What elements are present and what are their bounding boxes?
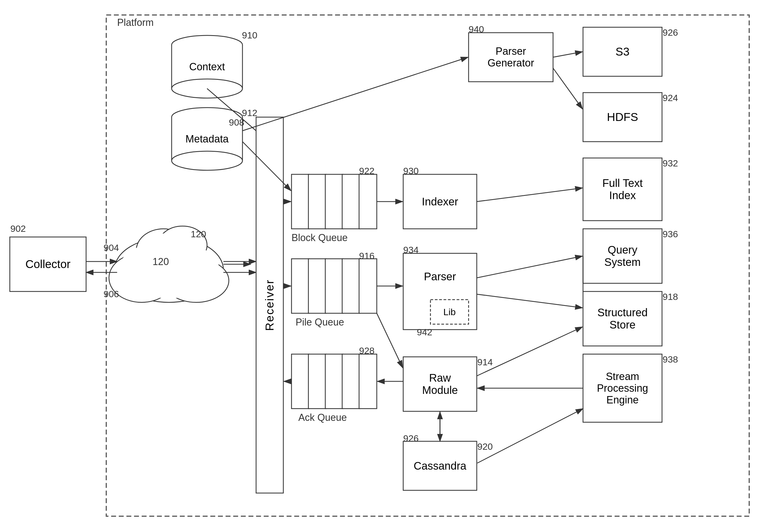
query-system-label: QuerySystem <box>583 229 662 283</box>
ref-940: 940 <box>468 24 484 35</box>
ref-936: 936 <box>663 229 678 240</box>
ref-904: 904 <box>104 243 119 253</box>
context-label: Context <box>172 45 243 89</box>
cloud-label: 120 <box>153 256 169 267</box>
ref-920: 920 <box>477 441 493 452</box>
ref-924: 924 <box>663 93 678 103</box>
ref-906: 906 <box>104 289 119 299</box>
parser-label: Parser <box>403 253 477 299</box>
full-text-index-label: Full TextIndex <box>583 158 662 221</box>
ref-938: 938 <box>663 354 678 365</box>
svg-rect-31 <box>292 174 309 229</box>
ref-910: 910 <box>242 30 258 41</box>
lib-label: Lib <box>430 299 468 324</box>
collector-label: Collector <box>10 237 86 291</box>
ref-120: 120 <box>191 229 206 240</box>
svg-line-69 <box>553 52 582 57</box>
structured-store-label: StructuredStore <box>583 291 662 346</box>
svg-rect-43 <box>325 354 343 409</box>
svg-line-70 <box>553 68 582 109</box>
svg-line-67 <box>477 294 582 308</box>
svg-rect-39 <box>342 259 360 313</box>
ref-934: 934 <box>403 245 419 255</box>
svg-line-77 <box>477 409 583 463</box>
svg-line-64 <box>377 313 403 368</box>
ref-908: 908 <box>229 117 244 128</box>
ref-922: 922 <box>359 166 375 176</box>
ref-918: 918 <box>663 291 678 302</box>
ref-930: 930 <box>403 166 419 176</box>
svg-point-6 <box>164 259 229 302</box>
hdfs-label: HDFS <box>583 93 662 142</box>
block-queue-label: Block Queue <box>292 232 348 244</box>
svg-point-11 <box>165 259 222 296</box>
svg-rect-41 <box>292 354 309 409</box>
svg-rect-36 <box>292 259 309 313</box>
s3-label: S3 <box>583 27 662 76</box>
svg-line-65 <box>477 188 582 202</box>
indexer-label: Indexer <box>403 174 477 229</box>
ref-914: 914 <box>477 357 493 367</box>
svg-rect-37 <box>309 259 326 313</box>
svg-rect-33 <box>325 174 343 229</box>
svg-point-4 <box>114 237 223 302</box>
svg-point-9 <box>119 241 219 298</box>
ref-902: 902 <box>10 224 26 234</box>
ref-928: 928 <box>359 345 375 356</box>
pile-queue-label: Pile Queue <box>296 316 344 328</box>
svg-rect-38 <box>325 259 343 313</box>
ref-926-cass: 926 <box>403 433 419 444</box>
stream-processing-label: StreamProcessingEngine <box>583 354 662 422</box>
svg-rect-44 <box>342 354 360 409</box>
svg-rect-34 <box>342 174 360 229</box>
svg-rect-45 <box>359 354 377 409</box>
cassandra-label: Cassandra <box>403 441 477 490</box>
svg-rect-35 <box>359 174 377 229</box>
svg-line-68 <box>477 327 582 376</box>
svg-line-66 <box>477 256 582 278</box>
ref-926-s3: 926 <box>663 27 678 38</box>
svg-rect-32 <box>309 174 326 229</box>
raw-module-label: RawModule <box>403 357 477 411</box>
ref-942: 942 <box>417 327 432 337</box>
receiver-label: Receiver <box>263 279 276 331</box>
ref-912: 912 <box>242 108 258 118</box>
ref-916: 916 <box>359 251 375 261</box>
ack-queue-label: Ack Queue <box>298 412 347 423</box>
svg-rect-40 <box>359 259 377 313</box>
ref-932: 932 <box>663 158 678 169</box>
parser-generator-label: ParserGenerator <box>468 33 553 82</box>
svg-rect-42 <box>309 354 326 409</box>
platform-label: Platform <box>117 17 154 28</box>
